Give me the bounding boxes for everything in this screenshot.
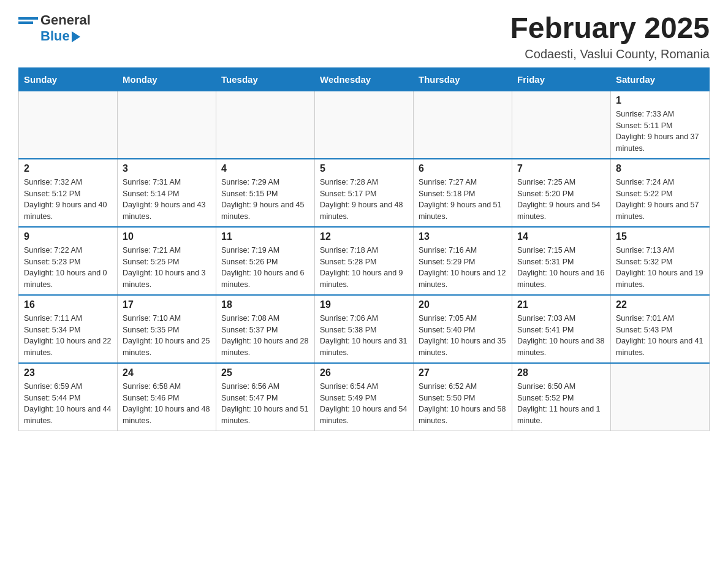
day-number: 7 [517,163,605,174]
calendar-week-row: 1Sunrise: 7:33 AMSunset: 5:11 PMDaylight… [19,91,710,159]
day-info: Sunrise: 7:22 AMSunset: 5:23 PMDaylight:… [24,245,112,291]
calendar-week-row: 2Sunrise: 7:32 AMSunset: 5:12 PMDaylight… [19,159,710,227]
day-number: 15 [616,231,704,242]
table-row: 20Sunrise: 7:05 AMSunset: 5:40 PMDayligh… [414,295,512,363]
day-number: 13 [419,231,507,242]
month-title: February 2025 [510,12,710,45]
header-saturday: Saturday [611,67,710,91]
day-number: 6 [419,163,507,174]
day-number: 11 [221,231,309,242]
day-number: 8 [616,163,704,174]
table-row: 16Sunrise: 7:11 AMSunset: 5:34 PMDayligh… [19,295,118,363]
title-area: February 2025 Codaesti, Vaslui County, R… [510,12,710,61]
day-info: Sunrise: 7:10 AMSunset: 5:35 PMDaylight:… [123,313,211,359]
table-row: 28Sunrise: 6:50 AMSunset: 5:52 PMDayligh… [512,363,611,431]
day-info: Sunrise: 7:27 AMSunset: 5:18 PMDaylight:… [419,177,507,223]
table-row: 9Sunrise: 7:22 AMSunset: 5:23 PMDaylight… [19,227,118,295]
table-row: 13Sunrise: 7:16 AMSunset: 5:29 PMDayligh… [414,227,512,295]
table-row: 1Sunrise: 7:33 AMSunset: 5:11 PMDaylight… [611,91,710,159]
day-number: 18 [221,299,309,310]
table-row: 21Sunrise: 7:03 AMSunset: 5:41 PMDayligh… [512,295,611,363]
day-number: 5 [320,163,408,174]
day-number: 17 [123,299,211,310]
table-row: 27Sunrise: 6:52 AMSunset: 5:50 PMDayligh… [414,363,512,431]
logo: General Blue [18,12,91,44]
header-friday: Friday [512,67,611,91]
table-row [216,91,315,159]
table-row: 24Sunrise: 6:58 AMSunset: 5:46 PMDayligh… [118,363,216,431]
weekday-header-row: Sunday Monday Tuesday Wednesday Thursday… [19,67,710,91]
day-info: Sunrise: 7:21 AMSunset: 5:25 PMDaylight:… [123,245,211,291]
table-row: 25Sunrise: 6:56 AMSunset: 5:47 PMDayligh… [216,363,315,431]
day-number: 9 [24,231,112,242]
day-number: 28 [517,367,605,378]
day-number: 10 [123,231,211,242]
table-row: 17Sunrise: 7:10 AMSunset: 5:35 PMDayligh… [118,295,216,363]
header-tuesday: Tuesday [216,67,315,91]
table-row: 10Sunrise: 7:21 AMSunset: 5:25 PMDayligh… [118,227,216,295]
location: Codaesti, Vaslui County, Romania [510,47,710,61]
table-row [611,363,710,431]
table-row: 3Sunrise: 7:31 AMSunset: 5:14 PMDaylight… [118,159,216,227]
table-row: 15Sunrise: 7:13 AMSunset: 5:32 PMDayligh… [611,227,710,295]
page-header: General Blue February 2025 Codaesti, Vas… [18,12,710,61]
table-row: 11Sunrise: 7:19 AMSunset: 5:26 PMDayligh… [216,227,315,295]
day-number: 26 [320,367,408,378]
day-info: Sunrise: 7:03 AMSunset: 5:41 PMDaylight:… [517,313,605,359]
day-number: 2 [24,163,112,174]
day-info: Sunrise: 7:11 AMSunset: 5:34 PMDaylight:… [24,313,112,359]
day-number: 19 [320,299,408,310]
day-number: 27 [419,367,507,378]
header-sunday: Sunday [19,67,118,91]
day-number: 20 [419,299,507,310]
day-info: Sunrise: 7:28 AMSunset: 5:17 PMDaylight:… [320,177,408,223]
day-number: 23 [24,367,112,378]
day-number: 16 [24,299,112,310]
day-info: Sunrise: 7:25 AMSunset: 5:20 PMDaylight:… [517,177,605,223]
day-info: Sunrise: 7:16 AMSunset: 5:29 PMDaylight:… [419,245,507,291]
day-info: Sunrise: 7:31 AMSunset: 5:14 PMDaylight:… [123,177,211,223]
table-row [118,91,216,159]
table-row [19,91,118,159]
logo-text-blue: Blue [40,28,70,44]
day-info: Sunrise: 7:13 AMSunset: 5:32 PMDaylight:… [616,245,704,291]
day-info: Sunrise: 6:59 AMSunset: 5:44 PMDaylight:… [24,381,112,427]
table-row: 2Sunrise: 7:32 AMSunset: 5:12 PMDaylight… [19,159,118,227]
logo-arrow-icon [72,31,80,42]
day-number: 4 [221,163,309,174]
day-number: 3 [123,163,211,174]
header-thursday: Thursday [414,67,512,91]
day-info: Sunrise: 7:06 AMSunset: 5:38 PMDaylight:… [320,313,408,359]
day-number: 22 [616,299,704,310]
day-number: 1 [616,95,704,106]
table-row: 6Sunrise: 7:27 AMSunset: 5:18 PMDaylight… [414,159,512,227]
table-row: 19Sunrise: 7:06 AMSunset: 5:38 PMDayligh… [315,295,414,363]
day-number: 14 [517,231,605,242]
day-info: Sunrise: 6:52 AMSunset: 5:50 PMDaylight:… [419,381,507,427]
day-info: Sunrise: 7:33 AMSunset: 5:11 PMDaylight:… [616,109,704,155]
day-info: Sunrise: 7:32 AMSunset: 5:12 PMDaylight:… [24,177,112,223]
calendar-week-row: 23Sunrise: 6:59 AMSunset: 5:44 PMDayligh… [19,363,710,431]
day-info: Sunrise: 6:50 AMSunset: 5:52 PMDaylight:… [517,381,605,427]
table-row: 26Sunrise: 6:54 AMSunset: 5:49 PMDayligh… [315,363,414,431]
table-row: 5Sunrise: 7:28 AMSunset: 5:17 PMDaylight… [315,159,414,227]
table-row: 4Sunrise: 7:29 AMSunset: 5:15 PMDaylight… [216,159,315,227]
logo-icon [18,17,38,24]
day-info: Sunrise: 7:08 AMSunset: 5:37 PMDaylight:… [221,313,309,359]
day-info: Sunrise: 6:54 AMSunset: 5:49 PMDaylight:… [320,381,408,427]
table-row: 12Sunrise: 7:18 AMSunset: 5:28 PMDayligh… [315,227,414,295]
table-row: 14Sunrise: 7:15 AMSunset: 5:31 PMDayligh… [512,227,611,295]
day-number: 25 [221,367,309,378]
day-info: Sunrise: 6:56 AMSunset: 5:47 PMDaylight:… [221,381,309,427]
day-info: Sunrise: 7:24 AMSunset: 5:22 PMDaylight:… [616,177,704,223]
header-wednesday: Wednesday [315,67,414,91]
day-info: Sunrise: 7:05 AMSunset: 5:40 PMDaylight:… [419,313,507,359]
day-info: Sunrise: 7:19 AMSunset: 5:26 PMDaylight:… [221,245,309,291]
day-info: Sunrise: 6:58 AMSunset: 5:46 PMDaylight:… [123,381,211,427]
table-row [414,91,512,159]
calendar-week-row: 9Sunrise: 7:22 AMSunset: 5:23 PMDaylight… [19,227,710,295]
day-info: Sunrise: 7:18 AMSunset: 5:28 PMDaylight:… [320,245,408,291]
header-monday: Monday [118,67,216,91]
day-info: Sunrise: 7:15 AMSunset: 5:31 PMDaylight:… [517,245,605,291]
table-row: 23Sunrise: 6:59 AMSunset: 5:44 PMDayligh… [19,363,118,431]
